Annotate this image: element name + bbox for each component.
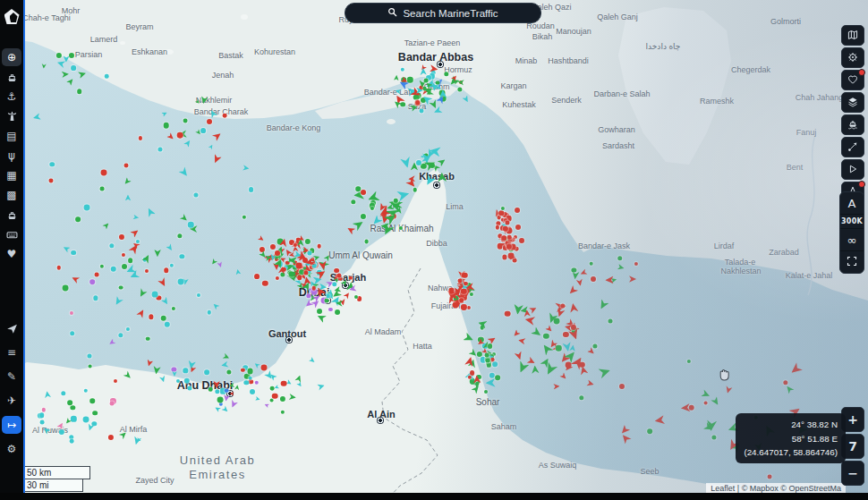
vessel-marker[interactable] <box>39 412 45 418</box>
sidebar-item-air-traffic[interactable]: ✈ <box>2 392 21 410</box>
vessel-marker[interactable] <box>364 240 369 244</box>
vessel-marker[interactable] <box>436 81 440 85</box>
weather-button[interactable] <box>841 114 864 135</box>
my-fleet-button[interactable] <box>841 70 864 90</box>
vessel-marker[interactable] <box>71 250 76 256</box>
fullscreen-button[interactable] <box>840 250 864 273</box>
city-port-marker[interactable] <box>285 336 293 343</box>
sidebar-item-lists[interactable]: ≡ <box>2 343 21 361</box>
vessel-marker[interactable] <box>84 205 90 211</box>
vessel-marker[interactable] <box>152 292 158 298</box>
voyage-planner-button[interactable] <box>841 47 864 68</box>
vessel-marker[interactable] <box>146 337 150 342</box>
sidebar-item-gallery[interactable]: ▩ <box>2 186 21 204</box>
vessel-marker[interactable] <box>208 387 213 392</box>
vessel-marker[interactable] <box>324 298 328 302</box>
vessel-marker[interactable] <box>519 238 524 243</box>
sidebar-item-dashboard[interactable] <box>2 225 21 243</box>
vessel-marker[interactable] <box>589 261 593 266</box>
vessel-marker[interactable] <box>335 309 340 315</box>
vessel-marker[interactable] <box>703 401 708 405</box>
zoom-out-button[interactable]: − <box>841 461 864 486</box>
vessel-marker[interactable] <box>272 394 278 400</box>
vessel-marker[interactable] <box>505 310 511 317</box>
vessel-marker[interactable] <box>420 108 424 113</box>
vessel-marker[interactable] <box>178 279 184 285</box>
vessel-marker[interactable] <box>92 411 98 416</box>
vessel-marker[interactable] <box>71 65 76 71</box>
vessel-marker[interactable] <box>486 359 490 363</box>
vessel-marker[interactable] <box>77 89 82 95</box>
marinetraffic-logo[interactable] <box>4 9 20 24</box>
vessel-marker[interactable] <box>311 286 316 291</box>
vessel-marker[interactable] <box>317 244 321 249</box>
vessel-marker[interactable] <box>70 331 75 336</box>
vessel-marker[interactable] <box>90 279 96 284</box>
vessel-marker[interactable] <box>296 263 302 269</box>
sidebar-item-photos[interactable]: ▦ <box>2 166 21 184</box>
vessel-marker[interactable] <box>415 100 421 106</box>
vessel-marker[interactable] <box>164 268 169 274</box>
vessel-marker[interactable] <box>225 388 229 393</box>
vessel-marker[interactable] <box>223 114 227 118</box>
vessel-marker[interactable] <box>317 309 322 314</box>
vessel-marker[interactable] <box>119 285 123 290</box>
vessel-marker[interactable] <box>249 187 254 192</box>
vessel-marker[interactable] <box>67 401 72 406</box>
vessel-marker[interactable] <box>40 420 45 425</box>
vessel-marker[interactable] <box>507 235 512 240</box>
vessel-marker[interactable] <box>413 188 417 192</box>
vessel-marker[interactable] <box>554 318 560 325</box>
vessel-marker[interactable] <box>183 119 188 123</box>
vessel-marker[interactable] <box>89 398 95 403</box>
vessel-marker[interactable] <box>515 208 520 213</box>
vessel-marker[interactable] <box>62 285 68 292</box>
vessel-marker[interactable] <box>270 386 275 391</box>
vessel-marker[interactable] <box>70 439 74 444</box>
measure-route-button[interactable] <box>841 137 864 157</box>
vessel-marker[interactable] <box>617 256 623 261</box>
vessel-marker[interactable] <box>297 275 302 281</box>
vessel-marker[interactable] <box>164 123 170 129</box>
vessel-marker[interactable] <box>247 368 253 374</box>
sidebar-item-photo-card[interactable]: ▤ <box>2 127 21 145</box>
vessel-marker[interactable] <box>83 416 89 422</box>
vessel-marker[interactable] <box>608 318 612 323</box>
city-port-marker[interactable] <box>437 61 444 68</box>
vessel-marker[interactable] <box>458 278 463 283</box>
vessel-marker[interactable] <box>400 102 405 107</box>
vessel-marker[interactable] <box>105 74 109 79</box>
vessel-marker[interactable] <box>424 79 429 83</box>
vessel-marker[interactable] <box>122 264 127 269</box>
sidebar-item-share[interactable] <box>2 319 21 337</box>
vessel-marker[interactable] <box>88 354 92 359</box>
vessel-marker[interactable] <box>248 376 252 380</box>
map-labels-toggle[interactable]: A <box>840 192 864 214</box>
vessel-marker[interactable] <box>688 404 694 411</box>
vessel-marker[interactable] <box>768 475 772 479</box>
vessel-marker[interactable] <box>495 375 500 380</box>
vessel-marker[interactable] <box>484 390 488 394</box>
vessel-marker[interactable] <box>49 178 54 182</box>
vessel-marker[interactable] <box>261 365 268 371</box>
vessel-marker[interactable] <box>95 272 99 276</box>
sidebar-item-ais-antenna[interactable]: ψ <box>2 147 21 165</box>
vessel-marker[interactable] <box>647 429 652 435</box>
vessel-marker[interactable] <box>326 293 330 298</box>
sidebar-item-settings[interactable]: ⚙ <box>2 440 21 458</box>
vessel-marker[interactable] <box>217 397 224 403</box>
vessel-marker[interactable] <box>128 258 133 263</box>
sidebar-item-explore-map[interactable]: ⊕ <box>2 48 21 66</box>
city-port-marker[interactable] <box>377 417 384 424</box>
vessel-marker[interactable] <box>513 258 517 263</box>
sidebar-item-sign-in[interactable]: ↦ <box>2 416 21 434</box>
vessel-marker[interactable] <box>109 402 114 406</box>
sidebar-item-stations[interactable] <box>2 107 21 125</box>
vessel-marker[interactable] <box>160 315 166 321</box>
vessel-marker[interactable] <box>281 380 287 386</box>
vessel-marker[interactable] <box>124 164 129 168</box>
vessel-marker[interactable] <box>76 216 81 222</box>
sidebar-item-notes[interactable]: ✎ <box>2 368 21 386</box>
vessel-count-badge[interactable]: 300K <box>840 214 864 228</box>
vessel-marker[interactable] <box>357 296 362 301</box>
